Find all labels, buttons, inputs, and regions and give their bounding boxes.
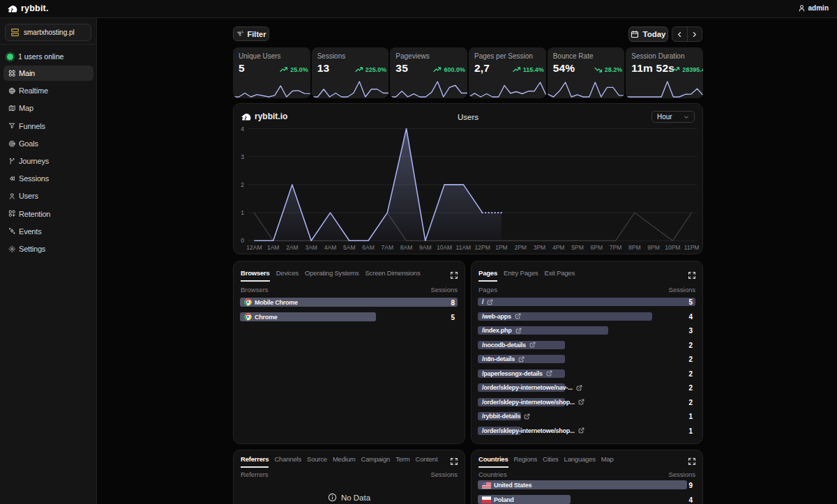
svg-text:10PM: 10PM xyxy=(665,244,680,251)
svg-text:5AM: 5AM xyxy=(343,244,355,251)
svg-text:2AM: 2AM xyxy=(286,244,298,251)
svg-text:11PM: 11PM xyxy=(684,244,700,251)
svg-text:11AM: 11AM xyxy=(456,244,472,251)
svg-text:4AM: 4AM xyxy=(324,244,336,251)
svg-text:6AM: 6AM xyxy=(362,244,374,251)
svg-text:7PM: 7PM xyxy=(610,244,621,251)
svg-text:9AM: 9AM xyxy=(419,244,431,251)
svg-text:8AM: 8AM xyxy=(400,244,412,251)
svg-text:12PM: 12PM xyxy=(475,244,490,251)
svg-text:3PM: 3PM xyxy=(534,244,545,251)
svg-text:1PM: 1PM xyxy=(495,244,507,251)
svg-text:9PM: 9PM xyxy=(647,244,659,251)
svg-text:7AM: 7AM xyxy=(382,244,393,251)
svg-text:10AM: 10AM xyxy=(437,244,452,251)
svg-text:4PM: 4PM xyxy=(552,244,564,251)
svg-text:3AM: 3AM xyxy=(305,244,317,251)
svg-text:5PM: 5PM xyxy=(571,244,583,251)
svg-text:12AM: 12AM xyxy=(246,244,262,251)
svg-text:1AM: 1AM xyxy=(267,244,279,251)
svg-text:6PM: 6PM xyxy=(591,244,603,251)
svg-text:1: 1 xyxy=(241,209,244,216)
svg-text:8PM: 8PM xyxy=(628,244,640,251)
svg-text:2PM: 2PM xyxy=(514,244,526,251)
svg-text:2: 2 xyxy=(241,181,244,188)
svg-text:4: 4 xyxy=(241,125,244,132)
svg-text:3: 3 xyxy=(241,153,244,160)
svg-text:0: 0 xyxy=(241,237,244,244)
